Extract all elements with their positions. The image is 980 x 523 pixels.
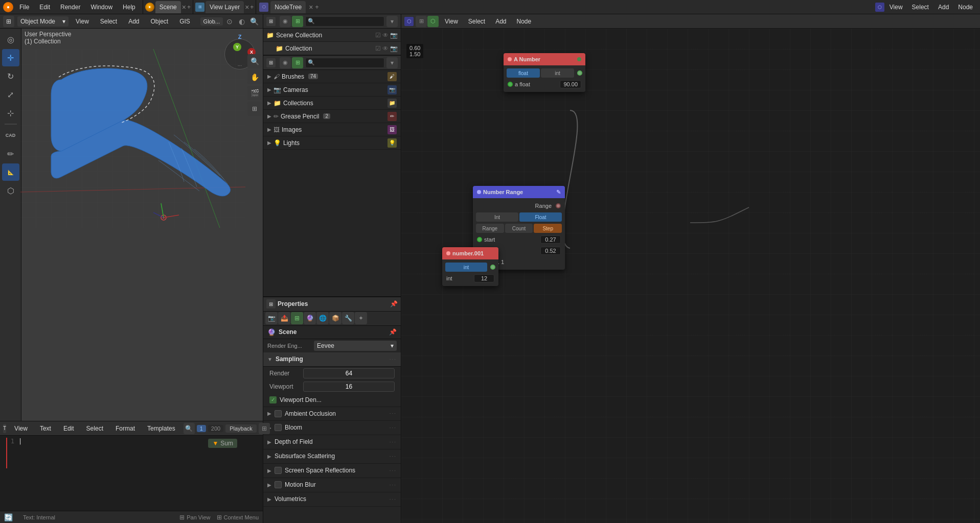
ssr-section[interactable]: ▶ Screen Space Reflections ··· (263, 464, 401, 478)
menu-file[interactable]: File (15, 3, 33, 12)
props-lower-pin[interactable]: 📌 (390, 300, 398, 307)
menu-window[interactable]: Window (86, 3, 117, 12)
gis-menu-viewport[interactable]: GIS (175, 17, 194, 26)
brushes-item[interactable]: ▶ 🖌 Brushes 74 🖌 (263, 70, 401, 83)
second-outliner-active-btn[interactable]: ⊞ (292, 57, 303, 68)
view-layer-tab-add[interactable]: + (250, 4, 254, 11)
collections-item[interactable]: ▶ 📁 Collections 📁 (263, 97, 401, 110)
node-header-view-menu[interactable]: View (441, 17, 462, 26)
cameras-item[interactable]: ▶ 📷 Cameras 📷 (263, 83, 401, 97)
viewport-icon[interactable]: ⊞ (3, 16, 14, 27)
prop-icon-view-layer[interactable]: ⊞ (291, 312, 303, 324)
brushes-type-icon[interactable]: 🖌 (388, 72, 397, 81)
global-local-toggle[interactable]: Glob... (200, 17, 223, 26)
mode-dropdown[interactable]: Object Mode ▾ (17, 16, 69, 27)
prop-icon-world[interactable]: 🌐 (316, 312, 329, 324)
second-filter-btn[interactable]: ▾ (386, 57, 398, 68)
menu-edit[interactable]: Edit (35, 3, 54, 12)
text-menu-templates[interactable]: Templates (143, 424, 179, 433)
tool-cad[interactable]: CAD (2, 127, 19, 144)
tool-select[interactable]: ◎ (2, 31, 19, 48)
prop-icon-object[interactable]: 📦 (329, 312, 341, 324)
second-search-bar[interactable]: 🔍 (305, 58, 384, 68)
second-outliner-scene-btn[interactable]: ◉ (280, 57, 291, 68)
prop-icon-output[interactable]: 📤 (278, 312, 290, 324)
motion-blur-section[interactable]: ▶ Motion Blur ··· (263, 478, 401, 492)
node-header-select-menu[interactable]: Select (464, 17, 489, 26)
outliner-filter-btn[interactable]: ▾ (386, 16, 398, 27)
code-area[interactable]: | (18, 438, 22, 445)
gizmo-z-axis[interactable]: Z (238, 34, 242, 40)
outliner-search-bar[interactable]: 🔍 (305, 16, 384, 27)
text-playback-btn[interactable]: Playback (225, 424, 257, 433)
coll-check[interactable]: ☑ (375, 45, 381, 52)
node-number-range-edit-icon[interactable]: ✎ (556, 189, 561, 195)
tool-measure[interactable]: 📐 (2, 163, 19, 181)
zoom-in-btn[interactable]: 🔍 (247, 54, 262, 68)
coll-eye[interactable]: 👁 (382, 45, 389, 52)
scene-tab-close[interactable]: × (182, 3, 186, 11)
node-canvas[interactable]: 0.60 1.50 A Number (401, 29, 980, 523)
node-tree-tab-close[interactable]: × (309, 3, 313, 11)
bloom-checkbox[interactable] (275, 424, 282, 431)
depth-of-field-section[interactable]: ▶ Depth of Field ··· (263, 435, 401, 449)
node-tab-float-btn[interactable]: Float (519, 212, 562, 222)
grease-pencil-type-icon[interactable]: ✏ (388, 112, 397, 121)
tool-transform[interactable]: ⊹ (2, 104, 19, 122)
prop-icon-scene[interactable]: 🔮 (304, 312, 316, 324)
viewport-value-input[interactable]: 16 (303, 382, 395, 392)
node-tree-tab[interactable]: NodeTree (270, 1, 306, 13)
prop-icon-render[interactable]: 📷 (265, 312, 278, 324)
text-menu-text[interactable]: Text (36, 424, 55, 433)
scene-coll-eye[interactable]: 👁 (382, 32, 389, 39)
object-menu-viewport[interactable]: Object (147, 17, 173, 26)
view-layer-tab[interactable]: View Layer (206, 1, 244, 13)
node-number-001[interactable]: number.001 int int 12 (442, 247, 498, 286)
tool-rotate[interactable]: ↻ (2, 67, 19, 85)
render-preview-btn[interactable]: ⊞ (247, 102, 262, 116)
scene-collection-item[interactable]: 📁 Scene Collection ☑ 👁 📷 (263, 29, 401, 42)
subsurface-scattering-section[interactable]: ▶ Subsurface Scattering ··· (263, 449, 401, 464)
text-menu-edit[interactable]: Edit (59, 424, 78, 433)
viewport-shading-btn[interactable]: ◐ (236, 16, 247, 27)
ambient-occlusion-section[interactable]: ▶ Ambient Occlusion ··· (263, 407, 401, 421)
tool-add-primitive[interactable]: ⬡ (2, 182, 19, 199)
tool-annotate[interactable]: ✏ (2, 145, 19, 162)
node-header-node-menu[interactable]: Node (513, 17, 536, 26)
node-001-value[interactable]: 12 (474, 274, 494, 282)
render-value-input[interactable]: 64 (303, 368, 395, 378)
node-start-value[interactable]: 0.27 (540, 235, 561, 244)
scene-coll-check[interactable]: ☑ (375, 32, 381, 39)
node-header-add-menu[interactable]: Add (491, 17, 510, 26)
sampling-dots[interactable]: ··· (390, 356, 397, 362)
view-menu[interactable]: View (72, 17, 93, 26)
menu-help[interactable]: Help (119, 3, 140, 12)
node-a-float-value[interactable]: 90.00 (560, 80, 581, 88)
blender-logo[interactable]: ● (3, 2, 13, 12)
bloom-section[interactable]: ▶ Bloom ··· (263, 421, 401, 435)
text-menu-select[interactable]: Select (82, 424, 107, 433)
second-search-input[interactable] (315, 60, 382, 66)
scene-tab-add[interactable]: + (187, 4, 191, 11)
node-001-int-tab[interactable]: int (445, 263, 487, 272)
outliner-search-input[interactable] (316, 18, 382, 25)
denoising-checkbox[interactable]: ✓ (269, 396, 277, 403)
pan-btn[interactable]: ✋ (247, 70, 262, 84)
images-type-icon[interactable]: 🖼 (388, 125, 397, 134)
outliner-active-icon-btn[interactable]: ⊞ (292, 16, 303, 27)
outliner-scene-icon-btn[interactable]: ◉ (280, 16, 291, 27)
node-tree-add[interactable]: + (315, 4, 318, 11)
status-sync-btn[interactable]: 🔄 (4, 513, 13, 521)
text-editor-icon[interactable]: T (3, 424, 6, 433)
context-menu-btn[interactable]: ⊞ Context Menu (217, 514, 259, 521)
viewport-search-btn[interactable]: 🔍 (248, 16, 260, 27)
select-menu-viewport[interactable]: Select (96, 17, 121, 26)
mb-checkbox[interactable] (275, 481, 282, 488)
text-filename[interactable]: ▼ Sum (208, 439, 237, 448)
text-menu-format[interactable]: Format (111, 424, 139, 433)
render-engine-dropdown[interactable]: Eevee ▾ (314, 341, 397, 351)
node-step-value[interactable]: 0.52 (540, 247, 561, 255)
collections-type-icon[interactable]: 📁 (388, 99, 397, 108)
text-more-btn[interactable]: ⊞ (259, 423, 270, 434)
pan-view-btn[interactable]: ⊞ Pan View (179, 514, 210, 521)
